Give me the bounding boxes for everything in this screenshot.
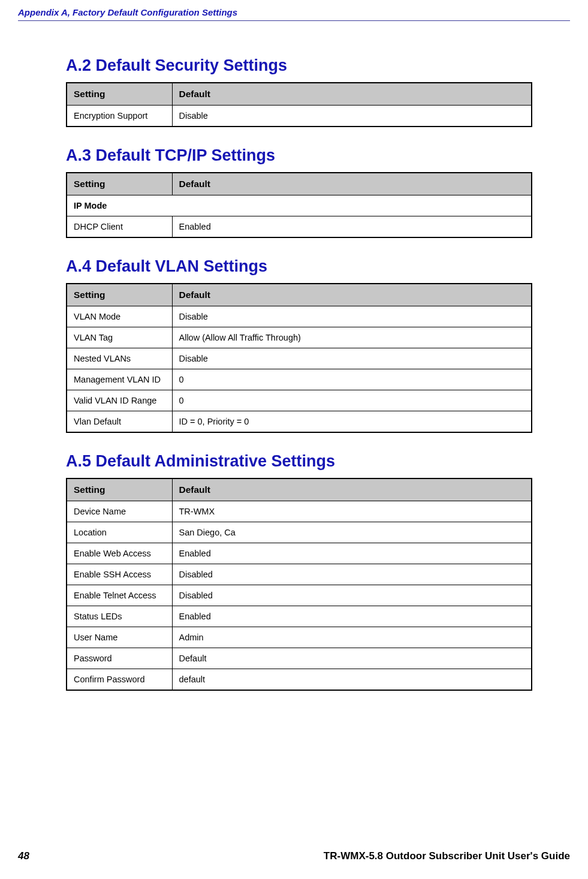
table-row: Location San Diego, Ca bbox=[67, 522, 532, 543]
cell-default: TR-WMX bbox=[172, 501, 532, 522]
col-header-setting: Setting bbox=[67, 173, 172, 195]
cell-setting: Valid VLAN ID Range bbox=[67, 390, 172, 411]
cell-default: Disable bbox=[172, 106, 532, 127]
table-row: Vlan Default ID = 0, Priority = 0 bbox=[67, 411, 532, 433]
cell-setting: Location bbox=[67, 522, 172, 543]
cell-default: Allow (Allow All Traffic Through) bbox=[172, 327, 532, 348]
cell-setting: Device Name bbox=[67, 501, 172, 522]
cell-default: ID = 0, Priority = 0 bbox=[172, 411, 532, 433]
page-footer: 48 TR-WMX-5.8 Outdoor Subscriber Unit Us… bbox=[0, 850, 588, 862]
section-heading-a5: A.5 Default Administrative Settings bbox=[66, 452, 532, 471]
table-subheader-row: IP Mode bbox=[67, 195, 532, 216]
table-header-row: Setting Default bbox=[67, 478, 532, 501]
col-header-default: Default bbox=[172, 284, 532, 306]
cell-default: Default bbox=[172, 648, 532, 669]
table-a5: Setting Default Device Name TR-WMX Locat… bbox=[66, 478, 532, 691]
cell-setting: VLAN Mode bbox=[67, 306, 172, 327]
cell-setting: DHCP Client bbox=[67, 216, 172, 238]
cell-default: 0 bbox=[172, 390, 532, 411]
table-header-row: Setting Default bbox=[67, 173, 532, 195]
table-a2: Setting Default Encryption Support Disab… bbox=[66, 82, 532, 127]
table-row: Management VLAN ID 0 bbox=[67, 369, 532, 390]
col-header-default: Default bbox=[172, 478, 532, 501]
cell-setting: Confirm Password bbox=[67, 669, 172, 691]
table-row: Nested VLANs Disable bbox=[67, 348, 532, 369]
cell-setting: Enable SSH Access bbox=[67, 564, 172, 585]
table-header-row: Setting Default bbox=[67, 284, 532, 306]
section-heading-a4: A.4 Default VLAN Settings bbox=[66, 257, 532, 276]
table-row: Encryption Support Disable bbox=[67, 106, 532, 127]
cell-default: Enabled bbox=[172, 216, 532, 238]
table-row: Valid VLAN ID Range 0 bbox=[67, 390, 532, 411]
table-row: Confirm Password default bbox=[67, 669, 532, 691]
table-row: DHCP Client Enabled bbox=[67, 216, 532, 238]
table-a3: Setting Default IP Mode DHCP Client Enab… bbox=[66, 172, 532, 238]
doc-title: TR-WMX-5.8 Outdoor Subscriber Unit User'… bbox=[324, 850, 570, 862]
col-header-default: Default bbox=[172, 83, 532, 106]
cell-default: Disable bbox=[172, 306, 532, 327]
table-row: Enable SSH Access Disabled bbox=[67, 564, 532, 585]
cell-default: Enabled bbox=[172, 543, 532, 564]
cell-setting: Vlan Default bbox=[67, 411, 172, 433]
cell-default: San Diego, Ca bbox=[172, 522, 532, 543]
cell-setting: VLAN Tag bbox=[67, 327, 172, 348]
content-area: A.2 Default Security Settings Setting De… bbox=[0, 17, 588, 691]
col-header-setting: Setting bbox=[67, 284, 172, 306]
cell-setting: Password bbox=[67, 648, 172, 669]
table-row: User Name Admin bbox=[67, 627, 532, 648]
cell-default: Disabled bbox=[172, 564, 532, 585]
cell-setting: Encryption Support bbox=[67, 106, 172, 127]
cell-default: Disabled bbox=[172, 585, 532, 606]
table-row: Device Name TR-WMX bbox=[67, 501, 532, 522]
table-row: Password Default bbox=[67, 648, 532, 669]
col-header-default: Default bbox=[172, 173, 532, 195]
cell-setting: Status LEDs bbox=[67, 606, 172, 627]
cell-setting: Management VLAN ID bbox=[67, 369, 172, 390]
header-divider bbox=[18, 20, 570, 21]
cell-default: Disable bbox=[172, 348, 532, 369]
table-a4: Setting Default VLAN Mode Disable VLAN T… bbox=[66, 283, 532, 433]
table-row: Enable Telnet Access Disabled bbox=[67, 585, 532, 606]
subheader-cell: IP Mode bbox=[67, 195, 532, 216]
table-row: Enable Web Access Enabled bbox=[67, 543, 532, 564]
table-row: VLAN Tag Allow (Allow All Traffic Throug… bbox=[67, 327, 532, 348]
cell-default: Enabled bbox=[172, 606, 532, 627]
cell-setting: User Name bbox=[67, 627, 172, 648]
page-number: 48 bbox=[18, 850, 29, 862]
table-row: VLAN Mode Disable bbox=[67, 306, 532, 327]
col-header-setting: Setting bbox=[67, 83, 172, 106]
table-header-row: Setting Default bbox=[67, 83, 532, 106]
cell-setting: Enable Web Access bbox=[67, 543, 172, 564]
col-header-setting: Setting bbox=[67, 478, 172, 501]
cell-default: default bbox=[172, 669, 532, 691]
cell-default: Admin bbox=[172, 627, 532, 648]
cell-setting: Enable Telnet Access bbox=[67, 585, 172, 606]
section-heading-a2: A.2 Default Security Settings bbox=[66, 56, 532, 75]
cell-setting: Nested VLANs bbox=[67, 348, 172, 369]
section-heading-a3: A.3 Default TCP/IP Settings bbox=[66, 146, 532, 165]
table-row: Status LEDs Enabled bbox=[67, 606, 532, 627]
cell-default: 0 bbox=[172, 369, 532, 390]
appendix-header: Appendix A, Factory Default Configuratio… bbox=[0, 0, 588, 17]
